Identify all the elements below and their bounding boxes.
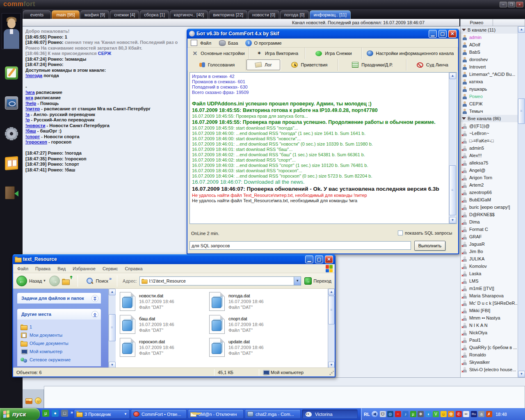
user-list-item[interactable]: JULIKA [461,255,518,262]
smiley-tray-icon[interactable]: ☺ [441,411,447,417]
user-list-item[interactable]: Paul1 [461,336,518,344]
user-list-item[interactable]: NickOlya [461,329,518,336]
butterfly-tray-icon[interactable]: ✿ [448,411,454,417]
user-list-item[interactable]: m1mE [|TV|] [461,285,518,292]
search-button-label[interactable]: Поиск [96,278,108,283]
scrollbar-thumb[interactable] [328,296,335,324]
globe-tray-icon[interactable]: ◍ [387,411,393,417]
filelist-scrollbar[interactable]: ▲ ▼ [328,289,335,368]
agent-tray-icon[interactable]: a [478,411,484,417]
channel-tab[interactable]: мафия [9] [80,10,109,19]
bot-minimize-button[interactable]: ▁ [429,30,437,38]
userlist-scrollbar[interactable]: ▲ ▼ [518,26,525,377]
scrollbar-thumb[interactable] [109,314,116,341]
explorer-menu-item[interactable]: Сервис [103,266,118,271]
user-list-item[interactable]: Angel@ [461,167,518,174]
taskbar-button[interactable]: CommFort • Отве... [131,409,187,419]
user-list-item[interactable]: Format C [461,226,518,233]
channel-tab[interactable]: main [95] [52,10,80,19]
current-user-cell[interactable]: Ромео [460,19,493,26]
task-pane-link[interactable]: Мои документы [21,331,99,339]
insert-image-icon[interactable] [25,398,32,404]
user-list-item[interactable]: Mc' D u c k [SHReDeR... [461,299,518,307]
tray-collapse-icon[interactable]: ◀ [372,411,378,417]
bot-menu-item[interactable]: Файл [190,40,211,46]
back-button-label[interactable]: Назад [29,278,42,283]
file-tile[interactable]: update.dat16.07.2009 18:46Файл "DAT" [209,338,296,361]
file-tile[interactable]: баш.dat16.07.2009 18:46Файл "DAT" [120,315,207,338]
chat-command-link[interactable]: !погода [25,73,42,78]
scroll-up-icon[interactable]: ▲ [518,26,525,33]
user-avatar[interactable] [2,13,21,49]
user-list-item[interactable]: admin [461,34,518,41]
image-viewer-icon[interactable] [5,156,18,170]
file-tile[interactable]: гороскоп.dat16.07.2009 18:46Файл "DAT" [120,338,207,361]
scrollbar-thumb[interactable] [449,165,456,215]
task-pane-header[interactable]: Задачи для файлов и папок [17,293,101,304]
chat-command-link[interactable]: !help [25,101,36,106]
settings-gear-icon[interactable] [5,127,18,140]
utorrent-tray-icon[interactable]: µ [410,411,416,417]
back-icon[interactable]: ← [16,276,27,286]
explorer-menu-item[interactable]: Файл [17,266,28,271]
user-list-item[interactable]: Komolov [461,262,518,270]
address-dropdown-icon[interactable]: ▼ [294,277,301,285]
channel-tab[interactable]: картиноч.. [40] [170,10,208,19]
user-list-item[interactable]: Maria Sharapova [461,292,518,299]
user-list-item[interactable]: Темыч [461,107,518,115]
chat-command-link[interactable]: мга [25,95,33,100]
bot-tab-праздники-д-р-[interactable]: Праздники/Д.Р. [338,59,406,71]
quicklaunch-overflow-icon[interactable]: » [71,410,73,415]
music-tray-icon[interactable]: ♪ [402,411,409,417]
smiley-icon[interactable]: ☺ [35,397,41,404]
bot-titlebar[interactable]: Бот v6.3b for CommFort 4.x by Skif ▁ ▢ ✕ [187,29,458,39]
exit-door-icon[interactable] [5,186,15,199]
user-list-item[interactable]: Laska [461,270,518,277]
go-button[interactable]: → Переход [304,277,331,285]
alien-tray-icon[interactable]: ᗜ [380,411,386,417]
user-list-item[interactable]: buric [кюрю сигару!] [461,203,518,211]
user-list-item[interactable]: Ronaldo [461,351,518,358]
utorrent-quicklaunch-icon[interactable]: µ [42,410,49,417]
user-list-item[interactable]: Arigon Torn [461,174,518,181]
language-indicator-ru[interactable]: Ru [471,411,477,417]
explorer-menu-item[interactable]: Вид [57,266,66,271]
channel-tab[interactable]: викторина [22] [209,10,247,19]
resize-grip[interactable] [329,371,334,376]
task-pane-link[interactable]: Общие документы [21,339,99,347]
user-list-item[interactable]: D@RKNE$$ [461,211,518,218]
user-list-item[interactable]: JaguaR [461,240,518,248]
user-list-item[interactable]: N I K A N [461,322,518,329]
up-folder-icon[interactable] [62,276,72,285]
start-button[interactable]: пуск [0,408,40,420]
bot-close-button[interactable]: ✕ [448,30,457,38]
scroll-up-icon[interactable]: ▲ [449,73,456,79]
back-dropdown-icon[interactable]: ▼ [43,279,46,283]
toolbar-overflow-icon[interactable]: » [109,276,112,281]
user-list-item[interactable]: Mmm •• Nastya [461,314,518,322]
taskbar-button[interactable]: 3 Проводник▼ [74,409,130,419]
bot-menu-item[interactable]: iО программе [245,40,281,46]
channel-tab[interactable]: сборка [1] [140,10,169,19]
messenger-tray-icon[interactable]: ◖ [425,411,431,417]
display-quicklaunch-icon[interactable]: □ [61,410,68,417]
bot-tab-игра-викторина[interactable]: ✶Игра Викторина [249,48,305,59]
search-icon[interactable] [86,277,94,285]
block-tray-icon[interactable]: − [395,411,401,417]
chat-command-link[interactable]: !спорт [25,134,40,139]
user-list-item[interactable]: Stivi-O [electro house... [461,366,518,373]
restore-button[interactable]: ❐ [508,2,515,7]
user-list-item[interactable]: Introvert [461,63,518,71]
channel-tab[interactable]: погода [0] [280,10,309,19]
chat-command-link[interactable]: !баш [25,128,36,133]
chat-command-link[interactable]: !a [25,112,30,117]
user-list-item[interactable]: Skywalker [461,358,518,366]
bot-menu-item[interactable]: База [219,40,238,46]
explorer-maximize-button[interactable]: ▢ [315,256,323,263]
task-pane-link[interactable]: Сетевое окружение [21,356,99,364]
bot-tab-приветствия[interactable]: Приветствия [281,59,338,71]
taskbar-button[interactable]: chat2.mga - Com... [245,409,301,419]
file-tile[interactable]: новости.dat16.07.2009 18:46Файл "DAT" [120,292,207,315]
scrollbar-thumb[interactable] [518,98,525,124]
user-list-item[interactable]: □-=FaKe=-□ [461,137,518,144]
